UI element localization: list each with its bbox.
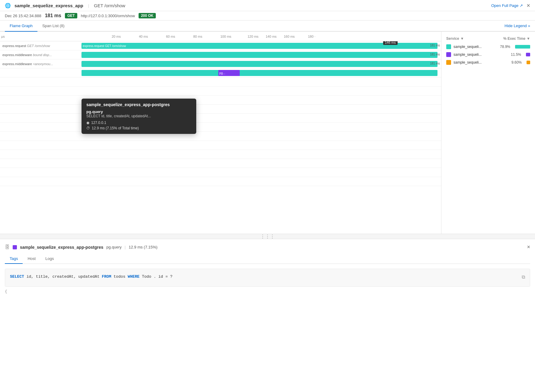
flame-rows: express.request GET /orm/show express.re…	[0, 41, 441, 234]
top-bar: 🌐 sample_sequelize_express_app | GET /or…	[0, 0, 535, 11]
bottom-tabs: Tags Host Logs	[5, 254, 530, 264]
legend-bar	[515, 45, 530, 49]
sql-code-block: SELECT id, title, createdAt, updatedAt F…	[5, 269, 530, 287]
tab-host[interactable]: Host	[23, 254, 40, 264]
legend-pct: 9.60%	[510, 60, 522, 65]
tick-160ms: 160 ms	[284, 35, 295, 38]
sql-from: FROM	[102, 274, 111, 279]
legend-panel: Service ▼ % Exec Time ▼ sample_sequeli..…	[441, 32, 535, 234]
legend-service-name: sample_sequeli...	[453, 60, 507, 65]
span-bar[interactable]	[82, 70, 437, 76]
tabs-bar: Flame Graph Span List (8) Hide Legend »	[0, 21, 535, 32]
sql-where: WHERE	[128, 274, 139, 279]
row-bar-area: 181 ms	[82, 59, 441, 68]
legend-pct: 78.9%	[498, 45, 510, 49]
tooltip-operation: pg.query	[86, 109, 191, 114]
tab-tags[interactable]: Tags	[5, 254, 23, 264]
duration: 181 ms	[45, 13, 61, 18]
table-row	[0, 168, 441, 177]
legend-item: sample_sequeli... 9.60%	[446, 60, 530, 65]
bar-duration: 181 ms	[430, 62, 440, 65]
table-row: express.request GET /orm/show express.re…	[0, 41, 441, 50]
tick-60ms: 60 ms	[166, 35, 175, 38]
close-button[interactable]: ×	[527, 2, 530, 8]
table-row: pg...	[0, 68, 441, 77]
tick-20ms: 20 ms	[112, 35, 121, 38]
legend-header: Service ▼ % Exec Time ▼	[446, 36, 530, 41]
network-icon: ◉	[86, 121, 89, 125]
bottom-timing: 12.9 ms (7.15%)	[129, 245, 157, 249]
bottom-operation: pg.query	[106, 245, 122, 249]
separator: |	[88, 3, 89, 8]
table-row	[0, 150, 441, 159]
span-bar[interactable]: express.request GET /orm/show	[82, 43, 437, 49]
copy-icon[interactable]: ⧉	[522, 274, 525, 282]
table-row	[0, 141, 441, 150]
chevron-icon: »	[528, 24, 530, 28]
open-full-page-link[interactable]: Open Full Page ↗	[491, 3, 523, 8]
tick-us: μs	[1, 35, 5, 38]
app-name: sample_sequelize_express_app	[14, 3, 83, 8]
span-bar[interactable]	[82, 61, 437, 67]
bottom-close-button[interactable]: ×	[527, 244, 530, 250]
external-link-icon: ↗	[520, 3, 523, 8]
pg-span-bar[interactable]: pg...	[218, 70, 240, 76]
legend-color-swatch	[446, 52, 451, 57]
bottom-panel: 🗄 sample_sequelize_express_app-postgres …	[0, 239, 535, 299]
row-label: express.request GET /orm/show	[0, 44, 82, 48]
drag-handle[interactable]: ⋮⋮⋮	[0, 234, 535, 239]
timeline-header: μs 20 ms 40 ms 60 ms 80 ms 100 ms 120 ms…	[0, 32, 441, 41]
bar-duration: 181 ms	[430, 53, 440, 56]
tooltip-timing-row: ⏱ 12.9 ms (7.15% of Total time)	[86, 126, 191, 130]
row-bar-area: pg...	[82, 68, 441, 77]
flame-graph-area: μs 20 ms 40 ms 60 ms 80 ms 100 ms 120 ms…	[0, 32, 441, 234]
table-row	[0, 123, 441, 132]
legend-pct: 11.5%	[509, 52, 521, 57]
row-label: express.middleware <anonymou...	[0, 62, 82, 66]
second-bar: Dec 26 15:42:34.888 181 ms GET http://12…	[0, 11, 535, 21]
legend-exec-time-header[interactable]: % Exec Time ▼	[503, 36, 530, 41]
tooltip-timing: 12.9 ms (7.15% of Total time)	[92, 126, 139, 130]
bottom-header: 🗄 sample_sequelize_express_app-postgres …	[5, 244, 530, 250]
table-row	[0, 159, 441, 168]
tick-80ms: 80 ms	[193, 35, 202, 38]
legend-color-swatch	[446, 60, 451, 65]
clock-icon: ⏱	[86, 126, 90, 130]
method-badge: GET	[65, 13, 77, 18]
sql-condition: Todo . id = ?	[142, 274, 172, 279]
legend-item: sample_sequeli... 78.9%	[446, 44, 530, 49]
legend-bar	[526, 53, 530, 56]
hide-legend-button[interactable]: Hide Legend »	[505, 24, 530, 28]
tick-180ms: 180 ·	[308, 35, 315, 38]
sql-select: SELECT	[10, 274, 24, 279]
legend-service-header[interactable]: Service ▼	[446, 36, 464, 41]
service-color-dot	[13, 245, 17, 249]
tooltip-ip-row: ◉ 127.0.0.1	[86, 121, 191, 125]
bottom-separator: |	[125, 245, 126, 249]
bar-duration: 181 ms	[430, 44, 440, 47]
table-row: express.middleware <anonymou... 181 ms	[0, 59, 441, 68]
tab-logs[interactable]: Logs	[40, 254, 59, 264]
request-url: http://127.0.0.1:3000/orm/show	[81, 14, 135, 18]
table-row	[0, 96, 441, 105]
sql-table: todos	[114, 274, 128, 279]
row-label: express.middleware bound disp...	[0, 53, 82, 57]
table-row: express.middleware bound disp... 181 ms	[0, 50, 441, 59]
database-icon: 🗄	[5, 245, 10, 250]
tooltip-ip: 127.0.0.1	[91, 121, 106, 125]
tick-120ms: 120 ms	[248, 35, 258, 38]
tick-40ms: 40 ms	[139, 35, 148, 38]
status-badge: 200 OK	[139, 13, 156, 18]
legend-service-name: sample_sequeli...	[453, 52, 507, 57]
sql-content: SELECT id, title, createdAt, updatedAt F…	[10, 274, 172, 280]
table-row	[0, 114, 441, 123]
top-right-actions: Open Full Page ↗ ×	[491, 2, 530, 8]
legend-bar	[527, 61, 530, 64]
chevron-down-icon: ▼	[460, 36, 464, 41]
table-row	[0, 77, 441, 87]
globe-icon: 🌐	[5, 3, 11, 8]
tab-span-list[interactable]: Span List (8)	[37, 21, 69, 32]
span-bar[interactable]	[82, 52, 437, 58]
bottom-service-name: sample_sequelize_express_app-postgres	[20, 245, 103, 250]
tab-flame-graph[interactable]: Flame Graph	[5, 21, 37, 32]
